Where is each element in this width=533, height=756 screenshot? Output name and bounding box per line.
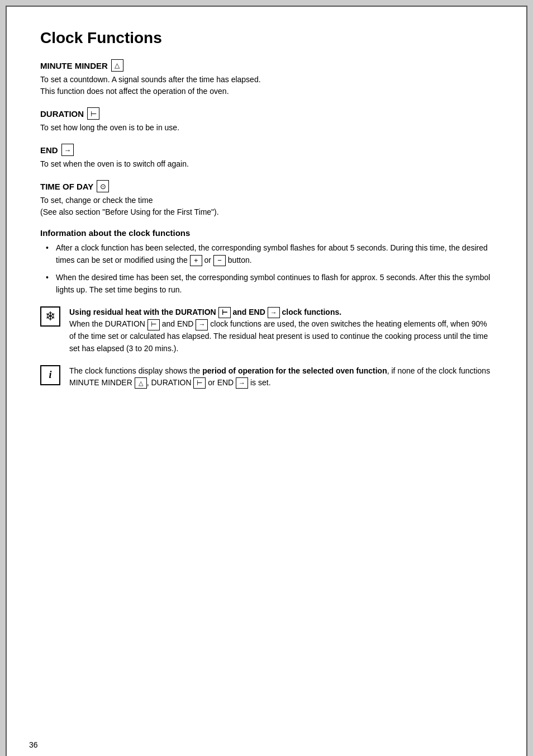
bullet-list: After a clock function has been selected…	[40, 242, 493, 296]
duration-body: To set how long the oven is to be in use…	[40, 122, 493, 134]
time-of-day-label: TIME OF DAY	[40, 182, 93, 191]
time-of-day-body: To set, change or check the time (See al…	[40, 195, 493, 218]
minus-button-icon: −	[213, 255, 226, 266]
end-icon-inline2: →	[196, 319, 208, 330]
period-operation-notice: i The clock functions display shows the …	[40, 365, 493, 389]
minute-minder-icon-inline: △	[135, 377, 147, 389]
info-section: Information about the clock functions Af…	[40, 228, 493, 296]
info-heading: Information about the clock functions	[40, 228, 493, 238]
bold-phrase: period of operation for the selected ove…	[202, 366, 387, 375]
bullet-item-2: When the desired time has been set, the …	[46, 272, 493, 296]
section-time-of-day: TIME OF DAY ⊙ To set, change or check th…	[40, 180, 493, 218]
end-icon-inline: →	[268, 307, 280, 318]
duration-icon-inline2: ⊢	[147, 319, 160, 330]
residual-heat-notice: ❄ Using residual heat with the DURATION …	[40, 306, 493, 355]
duration-icon: ⊢	[87, 107, 99, 120]
time-of-day-icon: ⊙	[97, 180, 109, 192]
minute-minder-body: To set a countdown. A signal sounds afte…	[40, 74, 493, 97]
section-title-minute-minder: MINUTE MINDER △	[40, 59, 493, 72]
plus-button-icon: +	[190, 255, 202, 266]
end-icon-inline3: →	[236, 377, 248, 389]
section-title-time-of-day: TIME OF DAY ⊙	[40, 180, 493, 192]
page: Clock Functions MINUTE MINDER △ To set a…	[6, 6, 527, 756]
period-operation-text: The clock functions display shows the pe…	[69, 365, 493, 389]
bullet-item-1: After a clock function has been selected…	[46, 242, 493, 266]
snowflake-icon: ❄	[40, 306, 60, 327]
section-title-duration: DURATION ⊢	[40, 107, 493, 120]
page-title: Clock Functions	[40, 29, 493, 47]
end-body: To set when the oven is to switch off ag…	[40, 158, 493, 170]
section-title-end: END →	[40, 144, 493, 156]
end-label: END	[40, 145, 58, 155]
info-icon: i	[40, 365, 60, 385]
residual-heat-text: Using residual heat with the DURATION ⊢ …	[69, 306, 493, 355]
end-icon: →	[61, 144, 74, 156]
duration-icon-inline: ⊢	[218, 307, 231, 318]
duration-icon-inline3: ⊢	[193, 377, 206, 389]
section-end: END → To set when the oven is to switch …	[40, 144, 493, 170]
residual-heat-heading: Using residual heat with the DURATION ⊢ …	[69, 308, 341, 316]
section-duration: DURATION ⊢ To set how long the oven is t…	[40, 107, 493, 134]
minute-minder-label: MINUTE MINDER	[40, 61, 108, 70]
duration-label: DURATION	[40, 109, 84, 119]
page-number: 36	[29, 740, 38, 749]
minute-minder-icon: △	[111, 59, 123, 72]
section-minute-minder: MINUTE MINDER △ To set a countdown. A si…	[40, 59, 493, 97]
